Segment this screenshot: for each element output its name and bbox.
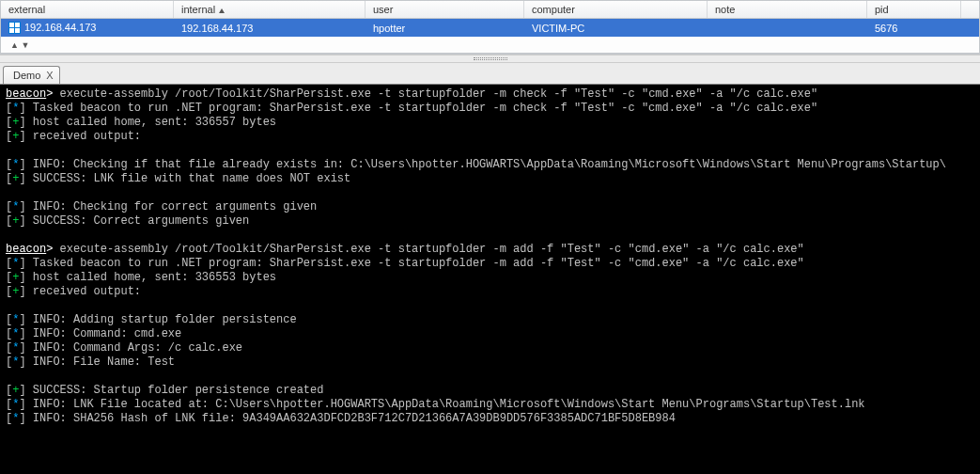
cmd-1: execute-assembly /root/Toolkit/SharPersi… xyxy=(53,87,817,101)
info-check-file: INFO: Checking if that file already exis… xyxy=(26,158,946,171)
prompt: beacon xyxy=(6,243,46,256)
cmd-2: execute-assembly /root/Toolkit/SharPersi… xyxy=(53,243,803,256)
cell-computer: VICTIM-PC xyxy=(524,21,708,36)
col-pid[interactable]: pid xyxy=(867,1,961,18)
info-sha256: INFO: SHA256 Hash of LNK file: 9A349AA63… xyxy=(26,412,676,425)
cell-user: hpotter xyxy=(366,21,524,36)
info-cmd-args: INFO: Command Args: /c calc.exe xyxy=(26,341,242,355)
info-args: INFO: Checking for correct arguments giv… xyxy=(26,200,318,213)
tab-bar: Demo X xyxy=(0,63,980,85)
brk: ] xyxy=(19,356,25,369)
brk: ] xyxy=(19,214,25,228)
col-user[interactable]: user xyxy=(366,1,524,18)
brk: ] xyxy=(19,102,25,115)
beacon-table: external internal user computer note pid… xyxy=(0,0,980,55)
prompt: beacon xyxy=(6,87,46,101)
out-tasked-1: Tasked beacon to run .NET program: SharP… xyxy=(26,102,818,115)
out-host-2: host called home, sent: 336553 bytes xyxy=(26,271,276,284)
out-tasked-2: Tasked beacon to run .NET program: SharP… xyxy=(26,257,804,270)
info-cmd: INFO: Command: cmd.exe xyxy=(26,327,182,340)
table-row[interactable]: 192.168.44.173 192.168.44.173 hpotter VI… xyxy=(1,19,979,37)
close-icon[interactable]: X xyxy=(46,70,53,81)
cell-pid: 5676 xyxy=(867,21,961,36)
out-host-1: host called home, sent: 336557 bytes xyxy=(26,116,276,129)
success-args: SUCCESS: Correct arguments given xyxy=(26,214,250,228)
cell-external-text: 192.168.44.173 xyxy=(24,22,96,33)
brk: ] xyxy=(19,398,25,411)
brk: ] xyxy=(19,130,25,143)
col-external[interactable]: external xyxy=(1,1,174,18)
brk: ] xyxy=(19,257,25,270)
brk: ] xyxy=(19,341,25,355)
col-internal[interactable]: internal xyxy=(174,1,366,18)
windows-icon xyxy=(8,22,21,34)
success-lnk: SUCCESS: LNK file with that name does NO… xyxy=(26,172,351,185)
info-lnk-path: INFO: LNK File located at: C:\Users\hpot… xyxy=(26,398,865,411)
col-computer[interactable]: computer xyxy=(524,1,708,18)
brk: ] xyxy=(19,327,25,340)
brk: ] xyxy=(19,313,25,326)
brk: ] xyxy=(19,271,25,284)
pane-splitter[interactable] xyxy=(0,55,980,63)
cell-note xyxy=(708,26,867,30)
brk: ] xyxy=(19,412,25,425)
cell-external: 192.168.44.173 xyxy=(1,20,174,37)
brk: ] xyxy=(19,200,25,213)
info-adding: INFO: Adding startup folder persistence xyxy=(26,313,297,326)
table-header-row: external internal user computer note pid xyxy=(1,1,979,19)
brk: ] xyxy=(19,158,25,171)
success-created: SUCCESS: Startup folder persistence crea… xyxy=(26,384,324,397)
sort-ascending-icon xyxy=(219,8,225,13)
expand-toggle[interactable]: ▲ ▼ xyxy=(1,37,979,54)
tab-demo[interactable]: Demo X xyxy=(3,66,60,84)
cell-internal: 192.168.44.173 xyxy=(174,21,366,36)
brk: ] xyxy=(19,116,25,129)
splitter-handle-icon xyxy=(474,57,507,60)
col-internal-label: internal xyxy=(181,4,215,15)
brk: ] xyxy=(19,285,25,298)
tab-label: Demo xyxy=(13,70,40,81)
out-recv-2: received output: xyxy=(26,285,141,298)
brk: ] xyxy=(19,384,25,397)
brk: ] xyxy=(19,172,25,185)
col-note[interactable]: note xyxy=(708,1,867,18)
info-file-name: INFO: File Name: Test xyxy=(26,356,175,369)
out-recv-1: received output: xyxy=(26,130,141,143)
beacon-console[interactable]: beacon> execute-assembly /root/Toolkit/S… xyxy=(0,85,980,474)
